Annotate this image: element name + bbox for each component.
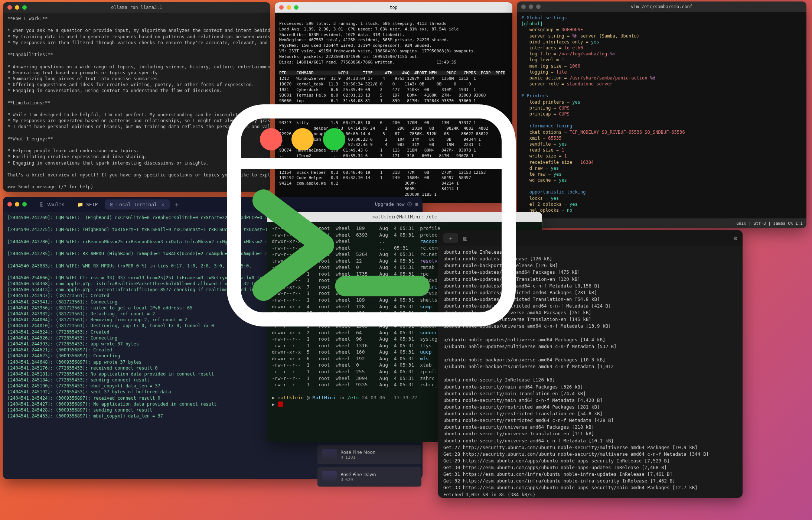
top-rows: 1212 WindowServer 32.9 34:38:04 17 4 975… [279, 76, 488, 197]
ollama-output[interactable]: **How I work:** * When you ask me a ques… [3, 13, 270, 192]
apt-tabs-icon[interactable]: ▥ [463, 235, 467, 242]
minimize-icon[interactable] [287, 5, 291, 10]
theme-name: Rosé Pine Moon [340, 450, 375, 455]
prompt-user: mattklein [278, 395, 304, 400]
zoom-icon[interactable] [536, 4, 541, 9]
top-title: top [389, 5, 398, 10]
top-time: 13:49:35 [437, 60, 456, 65]
prompt-path: /etc [348, 395, 359, 400]
apt-window: + ▥ ⚙ ubuntu noble InRelease ubuntu nobl… [438, 230, 743, 498]
theme-cards: Rosé Pine Moon⬇ 1201Rosé Pine Dawn⬇ 629 [317, 445, 421, 490]
theme-swatch [322, 471, 337, 483]
zoom-icon[interactable] [294, 5, 299, 10]
zoom-icon[interactable] [22, 202, 27, 207]
ollama-title: ollama run llama3.1 [111, 5, 162, 10]
prompt-host: MattMini [313, 395, 336, 400]
apt-tabbar: + ▥ ⚙ [438, 230, 743, 246]
top-header: Processes: 590 total, 3 running, 1 stuck… [279, 21, 476, 65]
etc-title: mattklein@MattMini: /etc [372, 214, 437, 220]
theme-name: Rosé Pine Dawn [340, 472, 376, 477]
vim-body[interactable]: # Global settings [global] workgroup = D… [517, 12, 806, 228]
tab-vaults[interactable]: 🗄Vaults [34, 199, 70, 209]
top-output: Processes: 590 total, 3 running, 1 stuck… [275, 13, 512, 201]
minimize-icon[interactable] [15, 5, 19, 10]
close-icon[interactable] [279, 5, 284, 10]
vim-window: vim /etc/samba/smb.conf # Global setting… [517, 1, 806, 228]
theme-card[interactable]: Rosé Pine Moon⬇ 1201 [317, 445, 421, 464]
minimize-icon[interactable] [529, 4, 533, 9]
vim-statusline: smb.conf unix | utf-8 | samba 0% 1:1 [517, 218, 806, 228]
add-tab-button[interactable]: + [175, 201, 179, 208]
gear-icon[interactable]: ⚙ [734, 235, 737, 242]
close-tab-icon[interactable]: × [162, 202, 164, 207]
top-columns: PID COMMAND %CPU TIME #TH #WQ #PORT MEM … [279, 71, 505, 75]
theme-downloads: ⬇ 629 [340, 477, 376, 482]
theme-card[interactable]: Rosé Pine Dawn⬇ 629 [317, 467, 421, 487]
tabbar: 🗄Vaults📁SFTP⎘Local Terminal× + Upgrade n… [3, 197, 423, 212]
ollama-titlebar[interactable]: ollama run llama3.1 [3, 2, 270, 13]
zoom-icon[interactable] [22, 5, 27, 10]
tab-sftp[interactable]: 📁SFTP [72, 199, 103, 209]
cursor [278, 402, 284, 407]
theme-swatch [322, 449, 337, 461]
top-titlebar[interactable]: top [275, 2, 512, 13]
layout-icon[interactable]: ▥ [415, 202, 418, 207]
upgrade-button[interactable]: Upgrade now ⓘ [375, 201, 412, 208]
vim-titlebar[interactable]: vim /etc/samba/smb.conf [517, 1, 806, 12]
top-window: top Processes: 590 total, 3 running, 1 s… [275, 2, 512, 203]
vim-status-right: unix | utf-8 | samba 0% 1:1 [736, 221, 803, 226]
zoom-icon[interactable] [287, 215, 291, 219]
minimize-icon[interactable] [279, 215, 284, 219]
theme-downloads: ⬇ 1201 [340, 455, 375, 460]
close-icon[interactable] [7, 202, 12, 207]
close-icon[interactable] [272, 215, 276, 219]
etc-titlebar[interactable]: mattklein@MattMini: /etc [267, 212, 542, 222]
apt-new-tab[interactable]: + [443, 233, 458, 243]
close-icon[interactable] [7, 5, 12, 10]
close-icon[interactable] [521, 4, 526, 9]
vim-title: vim /etc/samba/smb.conf [631, 4, 692, 9]
tab-local-terminal[interactable]: ⎘Local Terminal× [105, 199, 169, 209]
apt-output[interactable]: ubuntu noble InRelease ubuntu noble-upda… [438, 246, 743, 498]
ollama-window: ollama run llama3.1 **How I work:** * Wh… [3, 2, 270, 192]
prompt-timestamp: 24-09-06 – 13:39:22 [362, 395, 417, 400]
minimize-icon[interactable] [15, 202, 19, 207]
